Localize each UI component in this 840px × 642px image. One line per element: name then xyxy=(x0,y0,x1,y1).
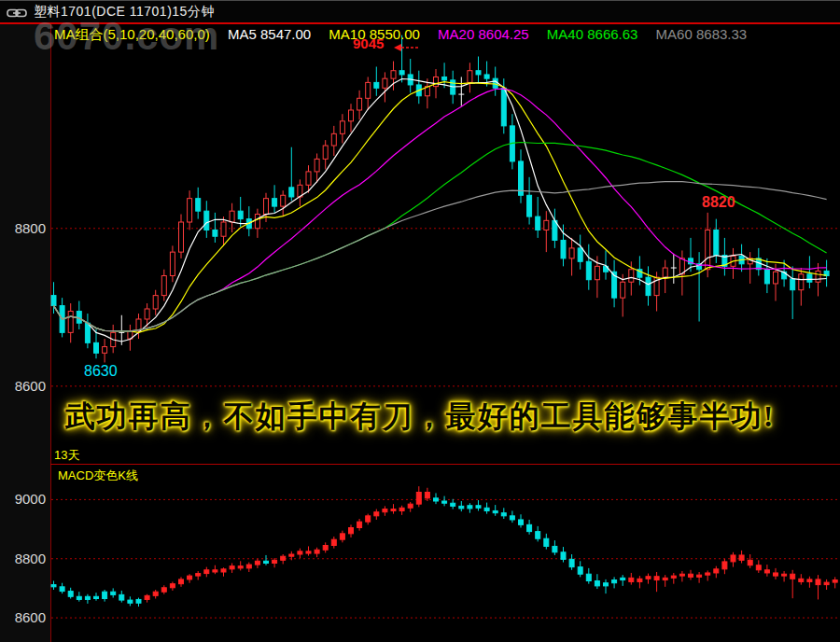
macd-kline-panel-area[interactable] xyxy=(51,466,840,642)
svg-text:9000: 9000 xyxy=(15,491,46,507)
period-label: 13天 xyxy=(54,447,79,464)
macd-kline-indicator-label[interactable]: MACD变色K线 xyxy=(58,468,138,484)
svg-text:8800: 8800 xyxy=(15,551,46,566)
svg-text:8800: 8800 xyxy=(15,220,46,236)
ma40-value: MA40 8666.63 xyxy=(547,26,638,42)
ma20-value: MA20 8604.25 xyxy=(438,26,529,42)
low-price-annotation: 8630 xyxy=(84,363,118,380)
ma5-value: MA5 8547.00 xyxy=(228,26,311,42)
svg-text:8600: 8600 xyxy=(15,609,46,625)
svg-text:8600: 8600 xyxy=(15,378,46,394)
main-chart-area[interactable] xyxy=(51,24,840,441)
peak-arrow-icon xyxy=(394,39,420,56)
bounce-price-annotation: 8820 xyxy=(702,194,735,211)
trading-app-window: 塑料1701(DCE 11701)15分钟 MA组合(5,10,20,40,60… xyxy=(0,0,840,642)
ma60-value: MA60 8683.33 xyxy=(656,26,748,42)
peak-price-annotation: 9045 xyxy=(353,35,384,51)
site-watermark: 6070.com xyxy=(34,14,219,59)
promo-banner-text: 武功再高，不如手中有刀，最好的工具能够事半功! xyxy=(0,397,840,438)
